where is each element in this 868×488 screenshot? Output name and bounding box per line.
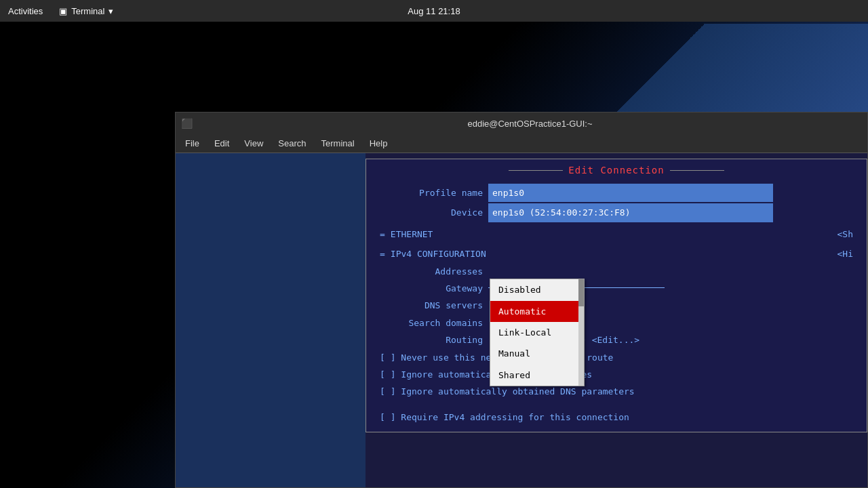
dropdown-scrollbar[interactable] [578, 279, 584, 386]
topbar: Activities ▣ Terminal ▾ Aug 11 21:18 [0, 0, 868, 22]
checkbox-row-1[interactable]: [ ] Never use this network for default r… [380, 350, 853, 365]
routing-row: Routing (No custom routes) <Edit...> [380, 332, 853, 348]
title-line-right [670, 170, 724, 171]
datetime-display: Aug 11 21:18 [408, 6, 460, 16]
ipv4-dropdown[interactable]: Disabled Automatic Link-Local Manual Sha… [490, 279, 585, 386]
checkbox-4-label[interactable]: [ ] Require IPv4 addressing for this con… [380, 409, 629, 425]
device-value[interactable]: enp1s0 (52:54:00:27:3C:F8) [488, 203, 773, 222]
menu-file[interactable]: File [178, 134, 206, 153]
terminal-left-panel [176, 153, 366, 487]
search-domains-row: Search domains [380, 315, 853, 331]
ethernet-show[interactable]: <Sh [837, 226, 853, 242]
title-line-left [509, 170, 563, 171]
dropdown-item-manual[interactable]: Manual [490, 343, 584, 364]
terminal-titlebar: ⬛ eddie@CentOSPractice1-GUI:~ [176, 113, 867, 134]
search-domains-label: Search domains [380, 315, 488, 331]
routing-label: Routing [380, 332, 488, 348]
terminal-titlebar-icon: ⬛ [181, 118, 193, 129]
dns-row: DNS servers [380, 298, 853, 313]
terminal-dropdown-icon: ▾ [108, 6, 113, 16]
checkbox-row-3[interactable]: [ ] Ignore automatically obtained DNS pa… [380, 384, 853, 399]
dialog-body: Profile name enp1s0 Device enp1s0 (52:54… [366, 178, 867, 432]
ethernet-eq: = [380, 226, 385, 242]
addresses-row: Addresses [380, 264, 853, 279]
ipv4-section: = IPv4 CONFIGURATION <Hi Disabled Automa… [380, 246, 853, 331]
terminal-window: ⬛ eddie@CentOSPractice1-GUI:~ File Edit … [175, 112, 868, 488]
profile-name-label: Profile name [380, 185, 488, 201]
ipv4-show[interactable]: <Hi [837, 246, 853, 262]
checkbox-row-2[interactable]: [ ] Ignore automatically obtained routes [380, 367, 853, 382]
gateway-row: Gateway [380, 281, 853, 296]
dialog-title: Edit Connection [568, 165, 664, 176]
dropdown-item-linklocal[interactable]: Link-Local [490, 322, 584, 343]
menu-terminal[interactable]: Terminal [315, 134, 361, 153]
activities-button[interactable]: Activities [0, 0, 51, 22]
dropdown-item-automatic[interactable]: Automatic [490, 301, 584, 322]
profile-name-row: Profile name enp1s0 [380, 184, 853, 202]
checkbox-row-4[interactable]: [ ] Require IPv4 addressing for this con… [380, 409, 853, 425]
device-label: Device [380, 205, 488, 220]
dropdown-scrollbar-thumb [578, 279, 584, 306]
menu-view[interactable]: View [237, 134, 270, 153]
terminal-label: Terminal [71, 6, 104, 16]
addresses-label: Addresses [380, 264, 488, 279]
ipv4-label: IPv4 CONFIGURATION [391, 246, 486, 262]
bg-decoration [597, 24, 868, 112]
terminal-titlebar-title: eddie@CentOSPractice1-GUI:~ [198, 119, 862, 129]
ipv4-header: = IPv4 CONFIGURATION <Hi [380, 246, 853, 262]
spacer [380, 401, 853, 409]
terminal-menubar: File Edit View Search Terminal Help [176, 134, 867, 153]
profile-name-value[interactable]: enp1s0 [488, 184, 773, 202]
device-row: Device enp1s0 (52:54:00:27:3C:F8) [380, 203, 853, 222]
dialog-titlebar: Edit Connection [366, 159, 867, 178]
dns-label: DNS servers [380, 298, 488, 313]
ethernet-section: = ETHERNET <Sh [380, 226, 853, 242]
menu-search[interactable]: Search [271, 134, 313, 153]
dropdown-item-shared[interactable]: Shared [490, 365, 584, 386]
menu-edit[interactable]: Edit [208, 134, 236, 153]
menu-help[interactable]: Help [363, 134, 395, 153]
gateway-label: Gateway [380, 281, 488, 296]
terminal-icon: ▣ [59, 6, 67, 16]
dropdown-item-disabled[interactable]: Disabled [490, 279, 584, 300]
ethernet-label: ETHERNET [391, 226, 433, 242]
edit-connection-dialog: Edit Connection Profile name enp1s0 Devi… [366, 159, 867, 432]
terminal-content: Edit Connection Profile name enp1s0 Devi… [176, 153, 867, 487]
terminal-menu-button[interactable]: ▣ Terminal ▾ [54, 0, 119, 22]
